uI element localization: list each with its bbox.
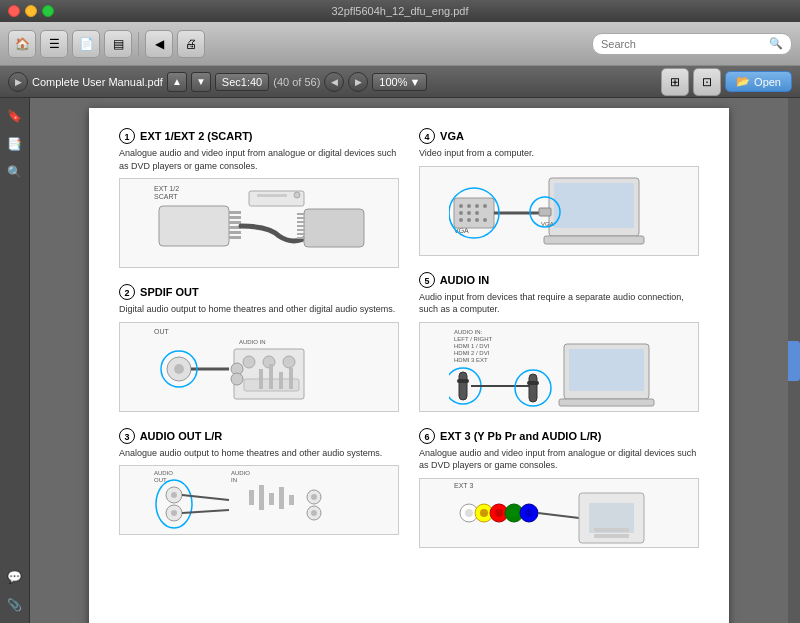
svg-point-60: [467, 204, 471, 208]
sidebar-bookmark-icon[interactable]: 🔖: [5, 106, 25, 126]
section-label[interactable]: Sec1:40: [215, 73, 269, 91]
svg-point-69: [483, 218, 487, 222]
audio-in-svg: AUDIO IN: LEFT / RIGHT HDMI 1 / DVI HDMI…: [449, 324, 669, 409]
svg-text:OUT: OUT: [154, 328, 170, 335]
sidebar-pages-icon[interactable]: 📑: [5, 134, 25, 154]
section-4: 4 VGA Video input from a computer. VGA: [419, 128, 699, 256]
svg-point-36: [231, 373, 243, 385]
svg-text:IN: IN: [231, 477, 237, 483]
section-2: 2 SPDIF OUT Digital audio output to home…: [119, 284, 399, 412]
svg-rect-49: [259, 485, 264, 510]
fit-width-button[interactable]: ⊞: [661, 68, 689, 96]
svg-rect-31: [259, 369, 263, 389]
svg-point-64: [467, 211, 471, 215]
svg-rect-9: [304, 209, 364, 247]
svg-point-42: [171, 510, 177, 516]
zoom-control[interactable]: 100% ▼: [372, 73, 427, 91]
svg-rect-92: [559, 399, 654, 406]
svg-rect-7: [229, 231, 241, 234]
search-icon[interactable]: 🔍: [769, 37, 783, 50]
sidebar-search-icon[interactable]: 🔍: [5, 162, 25, 182]
svg-text:OUT: OUT: [154, 477, 167, 483]
svg-line-45: [182, 510, 229, 513]
separator: [138, 32, 139, 56]
sidebar-button[interactable]: ▤: [104, 30, 132, 58]
svg-rect-108: [594, 534, 629, 538]
svg-rect-5: [229, 221, 241, 224]
svg-point-56: [311, 510, 317, 516]
svg-rect-4: [229, 216, 241, 219]
section-5-desc: Audio input from devices that require a …: [419, 291, 699, 316]
nav-down-button[interactable]: ▼: [191, 72, 211, 92]
svg-point-29: [283, 356, 295, 368]
svg-text:AUDIO: AUDIO: [154, 470, 173, 476]
open-label: Open: [754, 76, 781, 88]
svg-text:SCART: SCART: [154, 193, 178, 200]
svg-rect-87: [529, 374, 537, 402]
page-info: (40 of 56): [273, 76, 320, 88]
section-1-num: 1: [119, 128, 135, 144]
svg-point-68: [475, 218, 479, 222]
svg-point-19: [294, 192, 300, 198]
svg-rect-12: [297, 221, 305, 223]
section-6-desc: Analogue audio and video input from anal…: [419, 447, 699, 472]
nav-next-page[interactable]: ▶: [348, 72, 368, 92]
section-5-num: 5: [419, 272, 435, 288]
svg-point-61: [475, 204, 479, 208]
ext3-svg: EXT 3: [449, 478, 669, 548]
svg-rect-50: [269, 493, 274, 505]
search-input[interactable]: [601, 38, 769, 50]
section-1-diagram: EXT 1/2 SCART: [119, 178, 399, 268]
scart-svg: EXT 1/2 SCART: [149, 181, 369, 266]
right-sidebar-tab[interactable]: [788, 341, 800, 381]
close-button[interactable]: [8, 5, 20, 17]
fit-page-button[interactable]: ⊡: [693, 68, 721, 96]
traffic-lights: [8, 5, 54, 17]
right-sidebar: [788, 98, 800, 623]
page-view-button[interactable]: 📄: [72, 30, 100, 58]
filename-label: Complete User Manual.pdf: [32, 76, 163, 88]
section-2-desc: Digital audio output to home theatres an…: [119, 303, 399, 316]
svg-text:LEFT / RIGHT: LEFT / RIGHT: [454, 336, 493, 342]
nav-toggle[interactable]: ▶: [8, 72, 28, 92]
svg-point-22: [174, 364, 184, 374]
svg-rect-84: [457, 379, 469, 383]
right-column: 4 VGA Video input from a computer. VGA: [419, 128, 699, 564]
vga-svg: VGA: [449, 168, 669, 253]
svg-rect-83: [459, 372, 467, 400]
svg-rect-88: [527, 381, 539, 385]
pdf-columns: 1 EXT 1/EXT 2 (SCART) Analogue audio and…: [119, 128, 699, 564]
svg-point-62: [483, 204, 487, 208]
search-container: 🔍: [592, 33, 792, 55]
list-view-button[interactable]: ☰: [40, 30, 68, 58]
nav-up-button[interactable]: ▲: [167, 72, 187, 92]
svg-rect-15: [297, 233, 305, 235]
print-button[interactable]: 🖨: [177, 30, 205, 58]
maximize-button[interactable]: [42, 5, 54, 17]
svg-rect-11: [297, 217, 305, 219]
svg-point-66: [459, 218, 463, 222]
section-4-num: 4: [419, 128, 435, 144]
svg-point-99: [495, 509, 503, 517]
svg-rect-8: [229, 236, 241, 239]
minimize-button[interactable]: [25, 5, 37, 17]
sidebar-comment-icon[interactable]: 💬: [5, 567, 25, 587]
svg-point-103: [525, 509, 533, 517]
svg-text:AUDIO: AUDIO: [231, 470, 250, 476]
section-2-num: 2: [119, 284, 135, 300]
left-column: 1 EXT 1/EXT 2 (SCART) Analogue audio and…: [119, 128, 399, 564]
svg-rect-10: [297, 213, 305, 215]
sidebar-attach-icon[interactable]: 📎: [5, 595, 25, 615]
svg-line-104: [538, 513, 579, 518]
open-button[interactable]: 📂 Open: [725, 71, 792, 92]
section-6-num: 6: [419, 428, 435, 444]
open-icon: 📂: [736, 75, 750, 88]
svg-point-63: [459, 211, 463, 215]
home-button[interactable]: 🏠: [8, 30, 36, 58]
content-area: 1 EXT 1/EXT 2 (SCART) Analogue audio and…: [30, 98, 788, 623]
back-button[interactable]: ◀: [145, 30, 173, 58]
svg-line-44: [182, 495, 229, 500]
svg-point-95: [465, 509, 473, 517]
nav-prev-page[interactable]: ◀: [324, 72, 344, 92]
svg-text:EXT 1/2: EXT 1/2: [154, 185, 179, 192]
